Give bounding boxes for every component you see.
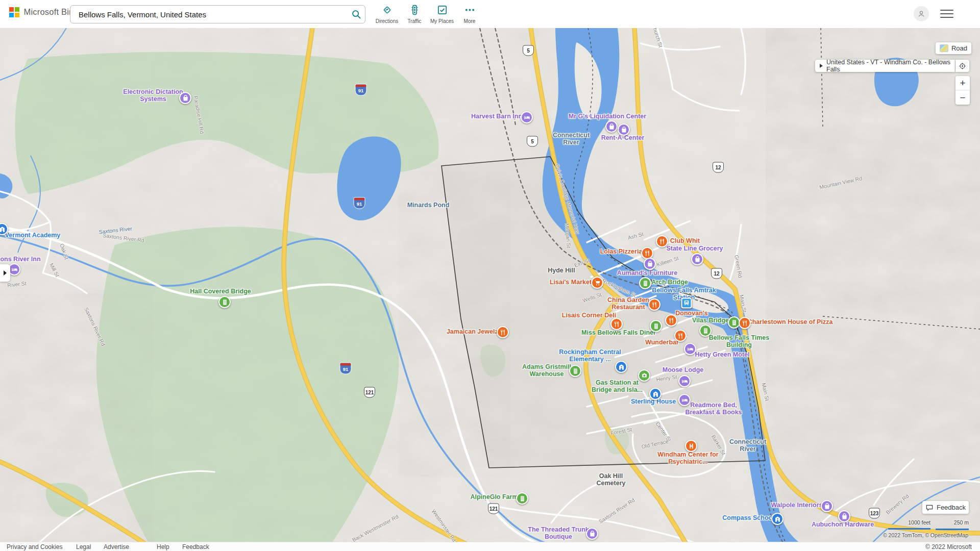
donovans-label[interactable]: Donovan's	[675, 310, 707, 317]
alpineglo-farm-label[interactable]: AlpineGlo Farm	[470, 494, 518, 501]
zoom-out-button[interactable]: −	[955, 91, 970, 105]
electronic-dictation-systems-label[interactable]: Electronic DictationSystems	[123, 89, 183, 103]
arch-bridge-label[interactable]: Arch Bridge	[651, 279, 688, 286]
moose-lodge-label[interactable]: Moose Lodge	[663, 367, 704, 374]
arch-bridge-icon[interactable]	[639, 277, 651, 289]
lisais-corner-deli-icon[interactable]	[610, 318, 623, 330]
map-style-button[interactable]: Road	[936, 42, 971, 54]
china-garden-restaurant-icon[interactable]	[648, 298, 660, 311]
aubuchon-hardware-icon[interactable]	[838, 510, 850, 522]
lisais-market-label[interactable]: Lisai's Market	[550, 279, 592, 286]
footer-link-advertise[interactable]: Advertise	[104, 543, 129, 550]
footer-link-privacy[interactable]: Privacy and Cookies	[7, 543, 62, 550]
electronic-dictation-systems-icon[interactable]	[179, 92, 191, 104]
gas-station-at-bridge-label[interactable]: Gas Station atBridge and Isla...	[592, 380, 643, 393]
lolas-pizzeria-icon[interactable]	[641, 247, 653, 259]
harvest-barn-inn-label[interactable]: Harvest Barn Inn	[471, 113, 522, 120]
nav-more[interactable]: More	[453, 4, 486, 24]
hyde-hill-label: Hyde Hill	[548, 267, 575, 274]
aumands-furniture-icon[interactable]	[644, 258, 656, 270]
compass-school-label[interactable]: Compass School	[722, 515, 774, 522]
feedback-button[interactable]: Feedback	[922, 501, 969, 514]
footer-bar: Privacy and Cookies Legal Advertise Help…	[0, 542, 980, 551]
windham-center-psychiatric-label[interactable]: Windham Center forPsychiatric...	[657, 452, 718, 465]
minards-pond-label: Minards Pond	[407, 202, 450, 209]
walpole-interiors-label[interactable]: Walpole Interiors	[771, 502, 823, 509]
person-icon	[917, 9, 926, 18]
harvest-barn-inn-icon[interactable]	[521, 111, 533, 123]
aubuchon-hardware-label[interactable]: Aubuchon Hardware	[812, 521, 874, 529]
locate-me-button[interactable]	[955, 60, 969, 72]
footer-link-feedback[interactable]: Feedback	[182, 543, 209, 550]
charlestown-house-of-pizza-label[interactable]: Charlestown House of Pizza	[748, 319, 833, 326]
search-box	[70, 5, 365, 23]
state-line-grocery-icon[interactable]	[691, 253, 703, 265]
miss-bellows-falls-diner-icon[interactable]	[650, 320, 662, 332]
hetty-green-motel-icon[interactable]	[684, 343, 696, 355]
bellows-falls-amtrak-station-icon[interactable]	[681, 298, 692, 309]
vermont-academy-label[interactable]: Vermont Academy	[5, 232, 61, 239]
china-garden-restaurant-label[interactable]: China GardenRestaurant	[607, 297, 649, 311]
jamaican-jewelz-icon[interactable]	[497, 326, 509, 338]
microsoft-logo-icon	[9, 7, 19, 17]
state-line-grocery-label[interactable]: State Line Grocery	[666, 245, 723, 253]
map-canvas[interactable]: Electronic DictationSystemsHarvest Barn …	[0, 28, 980, 551]
compass-school-icon[interactable]	[771, 513, 783, 525]
walpole-interiors-icon[interactable]	[821, 500, 833, 512]
threaded-trunk-boutique-icon[interactable]	[586, 528, 598, 540]
club-whit-icon[interactable]	[656, 235, 668, 247]
donovans-icon[interactable]	[665, 314, 677, 327]
lisais-market-icon[interactable]	[591, 277, 603, 289]
mr-gs-liquidation-center-2-icon[interactable]	[618, 123, 630, 136]
civic-marker-icon[interactable]	[615, 361, 627, 373]
club-whit-label[interactable]: Club Whit	[670, 238, 700, 245]
rockingham-central-elementary-label[interactable]: Rockingham CentralElementary ...	[559, 349, 621, 363]
map-attribution: © 2022 TomTom, © OpenStreetMap	[883, 532, 968, 538]
footer-link-legal[interactable]: Legal	[76, 543, 91, 550]
wunderbar-icon[interactable]	[674, 330, 687, 342]
miss-bellows-falls-diner-label[interactable]: Miss Bellows Falls Diner	[581, 330, 656, 337]
lisais-corner-deli-label[interactable]: Lisais Corner Deli	[562, 312, 616, 319]
adams-gristmill-warehouse-icon[interactable]	[569, 365, 581, 377]
search-input[interactable]	[78, 10, 348, 19]
bellows-falls-times-building-icon[interactable]	[699, 324, 712, 337]
locate-icon	[958, 62, 967, 70]
hall-covered-bridge-icon[interactable]	[218, 296, 231, 308]
readmore-bed-breakfast-books-label[interactable]: Readmore Bed,Breakfast & Books	[685, 402, 742, 416]
scale-bar-metric	[936, 529, 969, 530]
map-scale: 1000 feet 250 m	[888, 519, 969, 527]
menu-icon[interactable]	[940, 10, 953, 19]
scale-bar-imperial	[888, 528, 930, 530]
checkbox-icon	[436, 9, 448, 17]
map-base-graphics	[0, 28, 980, 551]
breadcrumb[interactable]: United States - VT - Windham Co. - Bello…	[815, 60, 955, 72]
sterling-house-icon[interactable]	[649, 388, 662, 400]
moose-lodge-icon[interactable]	[678, 375, 691, 387]
mr-gs-liquidation-center-label[interactable]: Mr G's Liquidation Center	[569, 113, 646, 120]
vilas-bridge-label[interactable]: Vilas Bridge	[692, 317, 729, 324]
bellows-falls-times-building-label[interactable]: Bellows Falls TimesBuilding	[709, 335, 770, 348]
lolas-pizzeria-label[interactable]: Lolas Pizzeria	[600, 248, 643, 256]
hall-covered-bridge-label[interactable]: Hall Covered Bridge	[190, 288, 251, 295]
jamaican-jewelz-label[interactable]: Jamaican Jewelz.	[447, 329, 500, 336]
zoom-in-button[interactable]: +	[955, 76, 970, 90]
aumands-furniture-label[interactable]: Aumand's Furniture	[617, 270, 677, 277]
search-icon[interactable]	[348, 7, 365, 22]
readmore-bed-breakfast-books-icon[interactable]	[678, 394, 691, 406]
windham-center-psychiatric-icon[interactable]	[685, 440, 697, 452]
hetty-green-motel-label[interactable]: Hetty Green Motel	[695, 352, 750, 359]
adams-gristmill-warehouse-label[interactable]: Adams GristmillWarehouse	[522, 364, 571, 378]
charlestown-house-of-pizza-icon[interactable]	[739, 317, 751, 329]
footer-link-help[interactable]: Help	[157, 543, 169, 550]
alpineglo-farm-icon[interactable]	[516, 492, 528, 505]
wunderbar-label[interactable]: Wunderbar	[645, 339, 679, 346]
account-avatar[interactable]	[914, 6, 929, 21]
threaded-trunk-boutique-label[interactable]: The Threaded TrunkBoutique	[528, 527, 589, 540]
rent-a-center-label[interactable]: Rent-A-Center	[601, 135, 645, 142]
expand-arrow-icon	[4, 270, 7, 276]
gas-station-at-bridge-icon[interactable]	[638, 369, 650, 382]
microsoft-bing-logo[interactable]: Microsoft Bing	[9, 7, 79, 17]
mr-gs-liquidation-center-icon[interactable]	[605, 120, 618, 133]
saxtons-river-inn-label[interactable]: ons River Inn	[0, 256, 40, 263]
expand-panel-tab[interactable]	[0, 264, 10, 282]
